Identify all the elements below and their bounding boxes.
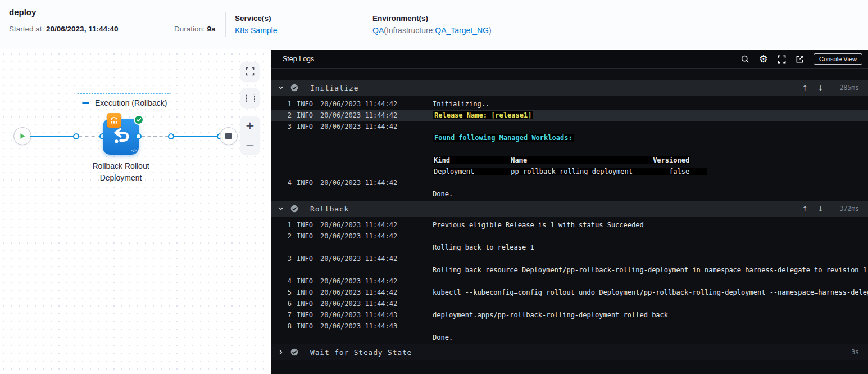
log-line: 5INFO20/06/2023 11:44:42kubectl --kubeco…: [271, 287, 868, 298]
log-level: INFO: [297, 111, 315, 119]
log-line: 2INFO20/06/2023 11:44:42Release Name: [r…: [271, 110, 868, 121]
log-line: 2INFO20/06/2023 11:44:42: [271, 231, 868, 242]
service-link[interactable]: K8s Sample: [235, 26, 277, 35]
step-label[interactable]: Rollback Rollout Deployment: [73, 160, 169, 184]
rollback-arrow-icon: [108, 124, 133, 149]
log-section-actions: ↑↓285ms: [802, 84, 868, 92]
log-level: INFO: [297, 100, 315, 108]
code-mark-icon: </>: [131, 148, 136, 153]
log-level: INFO: [297, 289, 315, 296]
log-line-number: 3: [284, 123, 292, 130]
step-success-status-icon: [290, 84, 298, 92]
step-success-status-icon: [290, 348, 298, 356]
log-line: 1INFO20/06/2023 11:44:42Previous eligibl…: [271, 219, 868, 231]
end-node: [220, 127, 238, 145]
log-line-number: 8: [284, 322, 292, 330]
log-scroll-area[interactable]: Initialize↑↓285ms1INFO20/06/2023 11:44:4…: [271, 69, 868, 374]
log-timestamp: 20/06/2023 11:44:42: [320, 232, 433, 240]
settings-gear-icon[interactable]: ⚙: [759, 54, 768, 64]
scroll-to-bottom-button[interactable]: ↓: [817, 205, 824, 213]
log-timestamp: 20/06/2023 11:44:42: [320, 289, 433, 296]
started-at-label: Started at:: [9, 25, 44, 33]
step-logs-console: Step Logs ⚙ Console View Initialize↑↓285…: [271, 50, 868, 374]
log-section-actions: 3s: [833, 348, 868, 356]
scroll-to-top-button[interactable]: ↑: [802, 84, 808, 92]
canvas-zoom-controls: + −: [240, 116, 260, 154]
rollout-deployment-badge-icon: [107, 113, 121, 128]
log-line: Deployment pp-rollback-rolling-deploymen…: [271, 166, 868, 177]
connector-step-right: [135, 133, 142, 139]
zoom-in-button[interactable]: +: [240, 116, 260, 135]
log-line: 4INFO20/06/2023 11:44:42: [271, 276, 868, 287]
header-divider: [225, 12, 226, 37]
log-line: 1INFO20/06/2023 11:44:42Initializing..: [271, 98, 868, 110]
chevron-down-icon[interactable]: [278, 206, 289, 211]
scroll-to-bottom-button[interactable]: ↓: [817, 84, 824, 92]
duration-label: Duration:: [174, 25, 205, 33]
duration: Duration: 9s: [174, 25, 216, 33]
console-view-button[interactable]: Console View: [814, 53, 862, 65]
log-line: 7INFO20/06/2023 11:44:43deployment.apps/…: [271, 309, 868, 321]
log-timestamp: 20/06/2023 11:44:42: [320, 123, 433, 130]
section-duration: 285ms: [833, 84, 859, 92]
duration-value: 9s: [207, 25, 216, 33]
execution-group-label[interactable]: Execution (Rollback): [82, 98, 167, 107]
log-line: 3INFO20/06/2023 11:44:42: [271, 121, 868, 132]
log-level: INFO: [297, 322, 315, 330]
log-line: Found following Managed Workloads:: [271, 132, 868, 143]
log-level: INFO: [297, 123, 315, 130]
log-rows: 1INFO20/06/2023 11:44:42Initializing..2I…: [271, 96, 868, 201]
log-level: INFO: [297, 300, 315, 308]
started-at: Started at: 20/06/2023, 11:44:40: [9, 25, 118, 33]
canvas-marquee-select-button[interactable]: [240, 88, 260, 107]
log-timestamp: 20/06/2023 11:44:42: [320, 300, 433, 308]
collapse-group-icon[interactable]: [82, 102, 89, 104]
environments-label: Environment(s): [372, 14, 492, 22]
log-line: [271, 143, 868, 155]
scroll-to-top-button[interactable]: ↑: [802, 205, 808, 213]
log-section-title: Initialize: [310, 84, 358, 92]
canvas-fullscreen-button[interactable]: [240, 62, 260, 81]
log-line: 3INFO20/06/2023 11:44:42: [271, 253, 868, 264]
fullscreen-icon: [246, 67, 255, 76]
log-section-header[interactable]: Wait for Steady State3s: [271, 344, 868, 360]
pipeline-graph-panel[interactable]: Execution (Rollback) </> Rollback Rollou…: [0, 50, 271, 374]
log-line: Rolling back resource Deployment/pp-roll…: [271, 264, 868, 276]
log-line: Rolling back to release 1: [271, 242, 868, 253]
log-line-number: 7: [284, 311, 292, 319]
log-level: INFO: [297, 311, 315, 319]
log-message: Rolling back resource Deployment/pp-roll…: [433, 266, 868, 274]
play-icon: [19, 133, 26, 139]
log-level: INFO: [297, 255, 315, 263]
log-sections: Initialize↑↓285ms1INFO20/06/2023 11:44:4…: [271, 80, 868, 360]
step-success-status-icon: [290, 205, 298, 213]
edge-group-to-end: [174, 136, 217, 137]
chevron-right-icon[interactable]: [278, 349, 289, 355]
execution-group-title: Execution (Rollback): [95, 98, 167, 107]
log-line-number: 1: [284, 100, 292, 108]
chevron-down-icon[interactable]: [278, 85, 289, 91]
log-message: Release Name: [release1]: [433, 111, 868, 119]
log-line-number: 4: [284, 277, 292, 285]
log-section-header[interactable]: Initialize↑↓285ms: [271, 80, 868, 96]
section-duration: 3s: [833, 348, 859, 356]
log-line: Done.: [271, 332, 868, 343]
log-section-title: Wait for Steady State: [310, 348, 412, 357]
log-line-number: 2: [284, 232, 292, 240]
log-timestamp: 20/06/2023 11:44:42: [320, 221, 433, 229]
environment-link[interactable]: QA(Infrastructure:QA_Target_NG): [372, 26, 492, 35]
infrastructure-link[interactable]: QA_Target_NG: [435, 26, 489, 35]
search-icon[interactable]: [741, 55, 749, 64]
zoom-out-button[interactable]: −: [240, 135, 260, 154]
environment-name[interactable]: QA: [372, 26, 384, 35]
log-level: INFO: [297, 179, 315, 187]
open-in-new-tab-icon[interactable]: [796, 55, 804, 64]
started-at-value: 20/06/2023, 11:44:40: [46, 25, 118, 33]
log-section-header[interactable]: Rollback↑↓372ms: [271, 201, 868, 217]
log-message: Done.: [433, 334, 868, 341]
log-line-number: 1: [284, 221, 292, 229]
log-message: deployment.apps/pp-rollback-rolling-depl…: [433, 311, 868, 319]
log-message: Previous eligible Release is 1 with stat…: [433, 221, 868, 229]
expand-fullscreen-icon[interactable]: [778, 55, 786, 64]
edge-start-to-group: [30, 136, 75, 137]
